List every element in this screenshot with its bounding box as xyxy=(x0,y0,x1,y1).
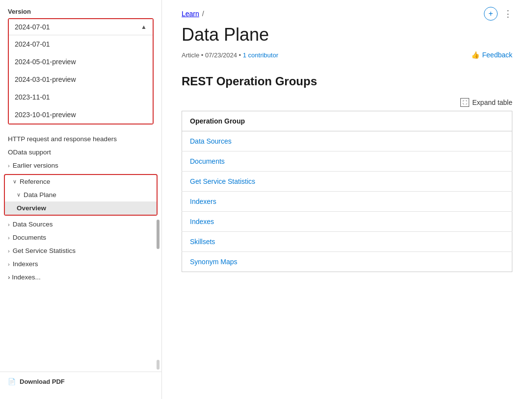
sidebar-item-odata[interactable]: OData support xyxy=(0,146,161,159)
sidebar-item-http-request[interactable]: HTTP request and response headers xyxy=(0,132,161,146)
sidebar-item-get-service-stats[interactable]: › Get Service Statistics xyxy=(0,244,161,257)
arrow-icon: › xyxy=(8,235,10,241)
expand-icon: ⛶ xyxy=(460,98,469,107)
article-meta-text: Article • 07/23/2024 • 1 contributor xyxy=(182,51,278,59)
sidebar-item-indexes[interactable]: › Indexes... xyxy=(0,271,161,284)
sidebar-item-label: OData support xyxy=(8,149,51,156)
table-row: Skillsets xyxy=(182,232,512,252)
sidebar-item-label: Get Service Statistics xyxy=(13,247,76,254)
sidebar: Version 2024-07-01 ▲ 2024-07-01 2024-05-… xyxy=(0,0,162,399)
breadcrumb-learn[interactable]: Learn xyxy=(182,10,199,18)
download-icon: 📄 xyxy=(8,378,16,385)
table-row: Indexes xyxy=(182,212,512,232)
chevron-down-icon: ∨ xyxy=(17,192,21,198)
sidebar-item-overview[interactable]: Overview xyxy=(5,201,157,215)
expand-table-label: Expand table xyxy=(472,99,512,106)
feedback-icon: 👍 xyxy=(471,51,479,59)
scrollbar-thumb-bottom[interactable] xyxy=(157,360,160,370)
sidebar-item-label: Earlier versions xyxy=(13,162,58,169)
sidebar-item-label: Documents xyxy=(13,234,46,241)
arrow-icon: › xyxy=(8,248,10,254)
breadcrumb-bar: Learn / + ⋮ xyxy=(162,0,532,25)
operation-group-link-5[interactable]: Skillsets xyxy=(190,238,215,246)
article-meta: Article • 07/23/2024 • 1 contributor 👍 F… xyxy=(182,51,512,59)
breadcrumb: Learn / xyxy=(182,10,204,18)
arrow-icon: › xyxy=(8,222,10,227)
breadcrumb-separator: / xyxy=(202,10,204,18)
arrow-icon: › xyxy=(8,261,10,267)
sidebar-item-indexers[interactable]: › Indexers xyxy=(0,257,161,271)
operation-group-link-3[interactable]: Indexers xyxy=(190,198,216,205)
table-row: Get Service Statistics xyxy=(182,172,512,192)
download-pdf-button[interactable]: 📄 Download PDF xyxy=(0,372,161,391)
version-dropdown[interactable]: 2024-07-01 ▲ 2024-07-01 2024-05-01-previ… xyxy=(8,18,154,125)
sidebar-item-reference[interactable]: ∨ Reference xyxy=(5,175,157,188)
operation-group-link-0[interactable]: Data Sources xyxy=(190,137,232,145)
content-area: Data Plane Article • 07/23/2024 • 1 cont… xyxy=(162,25,532,292)
table-row: Documents xyxy=(182,151,512,172)
sidebar-item-label: Indexers xyxy=(13,260,38,268)
chevron-up-icon: ▲ xyxy=(141,24,147,30)
feedback-label: Feedback xyxy=(482,51,512,59)
version-option-2[interactable]: 2024-05-01-preview xyxy=(9,53,153,71)
sidebar-nav: HTTP request and response headers OData … xyxy=(0,128,161,372)
sidebar-item-label: Overview xyxy=(17,204,46,212)
version-options-list: 2024-07-01 2024-05-01-preview 2024-03-01… xyxy=(9,35,153,124)
operation-groups-table: Operation Group Data SourcesDocumentsGet… xyxy=(182,111,512,272)
expand-table-row: ⛶ Expand table xyxy=(182,98,512,107)
sidebar-item-data-plane[interactable]: ∨ Data Plane xyxy=(5,188,157,201)
contributor-link[interactable]: 1 contributor xyxy=(243,51,278,59)
table-header-operation-group: Operation Group xyxy=(182,111,512,131)
chevron-down-icon: ∨ xyxy=(13,178,17,185)
sidebar-item-label: HTTP request and response headers xyxy=(8,135,117,143)
sidebar-item-label: Data Plane xyxy=(24,191,56,199)
operation-group-link-4[interactable]: Indexes xyxy=(190,218,214,225)
operation-group-link-6[interactable]: Synonym Maps xyxy=(190,258,237,266)
plus-icon: + xyxy=(488,9,493,18)
version-option-5[interactable]: 2023-10-01-preview xyxy=(9,106,153,124)
feedback-link[interactable]: 👍 Feedback xyxy=(471,51,512,59)
sidebar-item-documents[interactable]: › Documents xyxy=(0,231,161,244)
add-button[interactable]: + xyxy=(484,7,498,21)
reference-section-box: ∨ Reference ∨ Data Plane Overview xyxy=(4,174,158,216)
operation-group-link-1[interactable]: Documents xyxy=(190,157,225,165)
version-selected-value[interactable]: 2024-07-01 ▲ xyxy=(9,19,153,35)
sidebar-item-data-sources[interactable]: › Data Sources xyxy=(0,218,161,231)
table-row: Synonym Maps xyxy=(182,252,512,272)
sidebar-item-label: Reference xyxy=(20,178,50,185)
version-option-3[interactable]: 2024-03-01-preview xyxy=(9,71,153,88)
sidebar-item-label: Data Sources xyxy=(13,221,53,228)
more-options-button[interactable]: ⋮ xyxy=(504,8,512,19)
page-title: Data Plane xyxy=(182,25,512,45)
ellipsis-icon: ⋮ xyxy=(504,9,512,19)
version-option-4[interactable]: 2023-11-01 xyxy=(9,88,153,106)
version-label: Version xyxy=(0,8,161,18)
table-row: Data Sources xyxy=(182,131,512,151)
operation-group-link-2[interactable]: Get Service Statistics xyxy=(190,177,255,185)
arrow-icon: › xyxy=(8,163,10,169)
main-content: Learn / + ⋮ Data Plane Article • 07/23/2… xyxy=(162,0,532,399)
expand-table-button[interactable]: ⛶ Expand table xyxy=(460,98,512,107)
sidebar-item-label: › Indexes... xyxy=(8,274,41,281)
sidebar-item-earlier-versions[interactable]: › Earlier versions xyxy=(0,159,161,172)
scrollbar-thumb[interactable] xyxy=(157,220,160,249)
version-option-1[interactable]: 2024-07-01 xyxy=(9,35,153,53)
breadcrumb-actions: + ⋮ xyxy=(484,7,512,21)
table-row: Indexers xyxy=(182,192,512,212)
section-title: REST Operation Groups xyxy=(182,75,512,88)
